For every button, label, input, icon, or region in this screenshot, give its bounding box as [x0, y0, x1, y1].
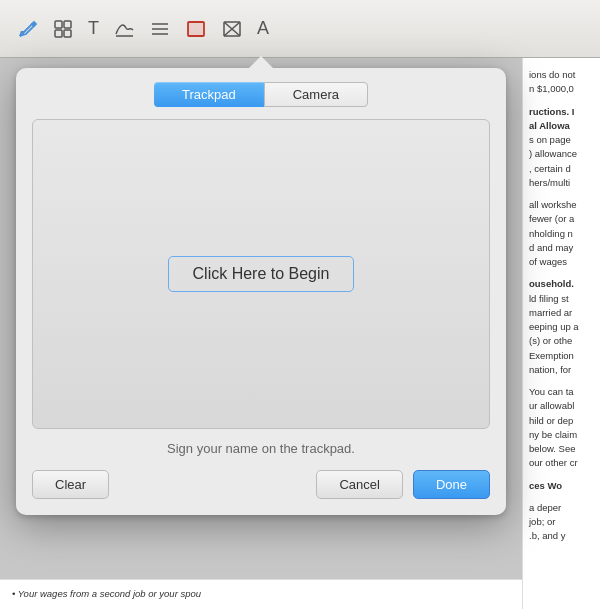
tab-bar: Trackpad Camera	[16, 68, 506, 119]
signature-drawing-area[interactable]: Click Here to Begin	[32, 119, 490, 429]
signature-icon[interactable]	[113, 18, 135, 40]
clear-button[interactable]: Clear	[32, 470, 109, 499]
rect-filled-icon[interactable]	[185, 18, 207, 40]
shapes-icon[interactable]	[52, 18, 74, 40]
trackpad-subtitle: Sign your name on the trackpad.	[16, 429, 506, 470]
cancel-button[interactable]: Cancel	[316, 470, 402, 499]
signature-dialog: Trackpad Camera Click Here to Begin Sign…	[16, 68, 506, 515]
modal-overlay: Trackpad Camera Click Here to Begin Sign…	[0, 58, 522, 579]
tab-trackpad[interactable]: Trackpad	[154, 82, 264, 107]
doc-bottom-text: • Your wages from a second job or your s…	[0, 579, 522, 609]
tab-camera[interactable]: Camera	[264, 82, 368, 107]
svg-rect-3	[64, 30, 71, 37]
lines-icon[interactable]	[149, 18, 171, 40]
svg-rect-1	[64, 21, 71, 28]
font-size-icon[interactable]: A	[257, 18, 269, 39]
click-here-button[interactable]: Click Here to Begin	[168, 256, 355, 292]
svg-rect-2	[55, 30, 62, 37]
crossed-rect-icon[interactable]	[221, 18, 243, 40]
svg-rect-0	[55, 21, 62, 28]
done-button[interactable]: Done	[413, 470, 490, 499]
confirm-buttons: Cancel Done	[316, 470, 490, 499]
text-icon[interactable]: T	[88, 18, 99, 39]
pen-icon[interactable]	[16, 18, 38, 40]
dialog-button-row: Clear Cancel Done	[16, 470, 506, 499]
doc-right-text: ions do notn $1,000,0 ructions. Ial Allo…	[522, 58, 600, 609]
svg-rect-8	[188, 22, 204, 36]
toolbar: T A	[0, 0, 600, 58]
